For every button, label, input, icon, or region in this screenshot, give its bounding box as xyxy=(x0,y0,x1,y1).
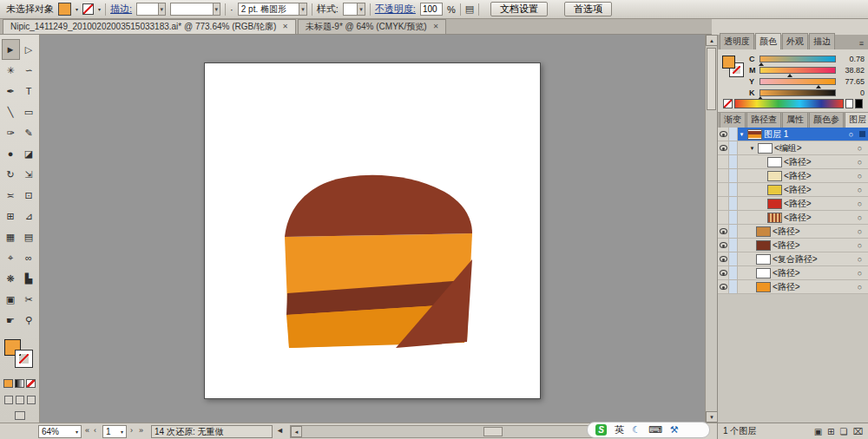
visibility-toggle[interactable] xyxy=(718,266,729,279)
variable-width-select[interactable]: ▾ xyxy=(170,3,220,16)
visibility-toggle[interactable] xyxy=(718,141,729,154)
new-layer-icon[interactable]: ❏ xyxy=(840,427,848,436)
lock-column[interactable] xyxy=(729,197,738,210)
pencil-tool[interactable]: ✎ xyxy=(20,122,38,143)
paintbrush-tool[interactable]: ✑ xyxy=(2,122,20,143)
scroll-up-icon[interactable]: ▲ xyxy=(706,35,718,46)
hand-tool[interactable]: ☛ xyxy=(2,310,20,331)
target-circle-icon[interactable]: ○ xyxy=(845,130,857,139)
panel-menu-icon[interactable]: ≡ xyxy=(855,37,868,49)
visibility-toggle[interactable] xyxy=(718,280,729,293)
prev-page-button[interactable]: ‹ xyxy=(94,426,96,435)
target-circle-icon[interactable]: ○ xyxy=(854,144,865,153)
visibility-toggle[interactable] xyxy=(718,128,729,141)
cyan-slider[interactable] xyxy=(760,56,836,62)
new-sublayer-icon[interactable]: ⊞ xyxy=(827,427,834,436)
mesh-tool[interactable]: ▦ xyxy=(2,226,20,247)
first-page-button[interactable]: « xyxy=(85,426,89,435)
layer-row-path[interactable]: <路径> ○ xyxy=(718,155,868,169)
visibility-toggle[interactable] xyxy=(718,197,729,210)
color-button[interactable] xyxy=(3,379,13,388)
target-circle-icon[interactable]: ○ xyxy=(854,200,865,208)
slice-tool[interactable]: ✂ xyxy=(20,289,38,310)
scale-tool[interactable]: ⇲ xyxy=(20,164,38,185)
style-select[interactable]: ▾ xyxy=(343,3,365,16)
lock-column[interactable] xyxy=(729,155,738,168)
vertical-scrollbar[interactable]: ▲ ▼ xyxy=(705,35,717,423)
black-value[interactable]: 0 xyxy=(838,88,865,97)
white-swatch[interactable] xyxy=(845,99,853,108)
visibility-toggle[interactable] xyxy=(718,239,729,252)
rectangle-tool[interactable]: ▭ xyxy=(20,102,38,122)
tab-pathfinder[interactable]: 路径查 xyxy=(746,111,781,128)
visibility-toggle[interactable] xyxy=(718,183,729,196)
layer-label[interactable]: 图层 1 xyxy=(764,128,844,141)
eyedropper-tool[interactable]: ⌖ xyxy=(2,247,20,268)
tab-color[interactable]: 颜色 xyxy=(755,33,781,49)
preferences-button[interactable]: 首选项 xyxy=(564,2,612,16)
blend-tool[interactable]: ∞ xyxy=(20,247,38,268)
opacity-panel-link[interactable]: 不透明度: xyxy=(375,3,416,16)
tab-layers[interactable]: 图层 xyxy=(845,111,868,128)
canvas-area[interactable] xyxy=(40,35,705,423)
lock-column[interactable] xyxy=(729,225,738,238)
lock-column[interactable] xyxy=(729,252,738,265)
tab-color-guide[interactable]: 颜色参 xyxy=(809,111,844,128)
visibility-toggle[interactable] xyxy=(718,225,729,238)
horizontal-scroll-thumb[interactable] xyxy=(483,427,503,436)
visibility-toggle[interactable] xyxy=(718,155,729,168)
shape-builder-tool[interactable]: ⊞ xyxy=(2,206,20,226)
line-segment-tool[interactable]: ╲ xyxy=(2,102,20,122)
lasso-tool[interactable]: ∽ xyxy=(20,60,38,81)
artboard-tool[interactable]: ▣ xyxy=(2,289,20,310)
lock-column[interactable] xyxy=(729,141,738,154)
layer-row-path[interactable]: <路径> ○ xyxy=(718,183,868,197)
slider-marker[interactable] xyxy=(816,85,821,88)
yellow-value[interactable]: 77.65 xyxy=(838,77,865,86)
layer-row-path[interactable]: <路径> ○ xyxy=(718,280,868,294)
zoom-level-select[interactable]: 64% ▾ xyxy=(38,425,82,438)
draw-inside-mode[interactable] xyxy=(27,396,36,404)
layer-row-path[interactable]: <路径> ○ xyxy=(718,266,868,280)
target-circle-icon[interactable]: ○ xyxy=(854,172,865,180)
stroke-color-swatch[interactable] xyxy=(82,3,94,15)
layer-row-path[interactable]: <路径> ○ xyxy=(718,211,868,225)
layer-label[interactable]: <路径> xyxy=(784,156,852,168)
symbol-sprayer-tool[interactable]: ❋ xyxy=(2,268,20,289)
last-page-button[interactable]: » xyxy=(139,426,143,435)
fill-swatch[interactable] xyxy=(722,56,735,69)
fill-dropdown-arrow[interactable]: ▾ xyxy=(76,6,78,12)
recolor-artwork-icon[interactable]: ▤ xyxy=(465,3,474,15)
wrench-icon[interactable]: ⚒ xyxy=(670,424,679,436)
delete-layer-icon[interactable]: ⌧ xyxy=(852,427,863,436)
fill-color-swatch[interactable] xyxy=(58,3,71,16)
lock-column[interactable] xyxy=(729,280,738,293)
yellow-slider[interactable] xyxy=(760,78,836,85)
stroke-dropdown-arrow[interactable]: ▾ xyxy=(98,6,101,12)
draw-normal-mode[interactable] xyxy=(4,396,13,404)
visibility-toggle[interactable] xyxy=(718,252,729,265)
perspective-grid-tool[interactable]: ⊿ xyxy=(20,206,38,226)
lock-column[interactable] xyxy=(729,128,738,141)
scroll-left-icon[interactable]: ◄ xyxy=(291,426,302,437)
layer-row-group[interactable]: ▼ <编组> ○ xyxy=(718,141,868,155)
none-swatch[interactable] xyxy=(723,99,733,108)
close-icon[interactable]: ✕ xyxy=(282,23,288,30)
target-circle-icon[interactable]: ○ xyxy=(854,283,865,292)
eraser-tool[interactable]: ◪ xyxy=(20,143,38,164)
free-transform-tool[interactable]: ⊡ xyxy=(20,185,38,206)
layer-label[interactable]: <复合路径> xyxy=(773,253,852,265)
rotate-tool[interactable]: ↻ xyxy=(2,164,20,185)
visibility-toggle[interactable] xyxy=(718,169,729,182)
layer-label[interactable]: <路径> xyxy=(784,212,852,224)
ime-language-toggle[interactable]: 英 xyxy=(615,423,624,436)
zoom-tool[interactable]: ⚲ xyxy=(20,310,38,331)
page-number-select[interactable]: 1 ▾ xyxy=(102,425,127,438)
tab-gradient[interactable]: 渐变 xyxy=(720,111,746,128)
color-spectrum-bar[interactable] xyxy=(734,99,844,108)
layer-row-path[interactable]: <路径> ○ xyxy=(718,169,868,183)
target-circle-icon[interactable]: ○ xyxy=(854,186,865,194)
magic-wand-tool[interactable]: ✳ xyxy=(2,60,20,81)
lock-column[interactable] xyxy=(729,183,738,196)
type-tool[interactable]: T xyxy=(20,81,38,102)
